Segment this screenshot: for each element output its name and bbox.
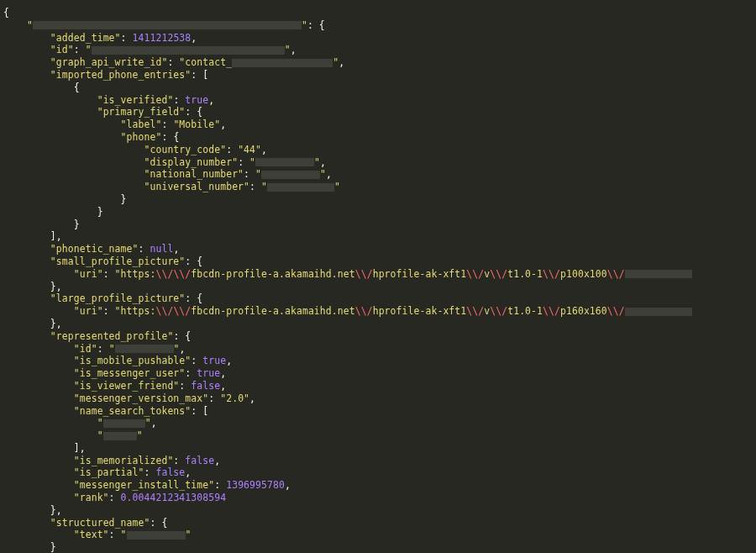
json-code-block: { "": { "added_time": 1411212538, "id": … — [0, 0, 756, 553]
